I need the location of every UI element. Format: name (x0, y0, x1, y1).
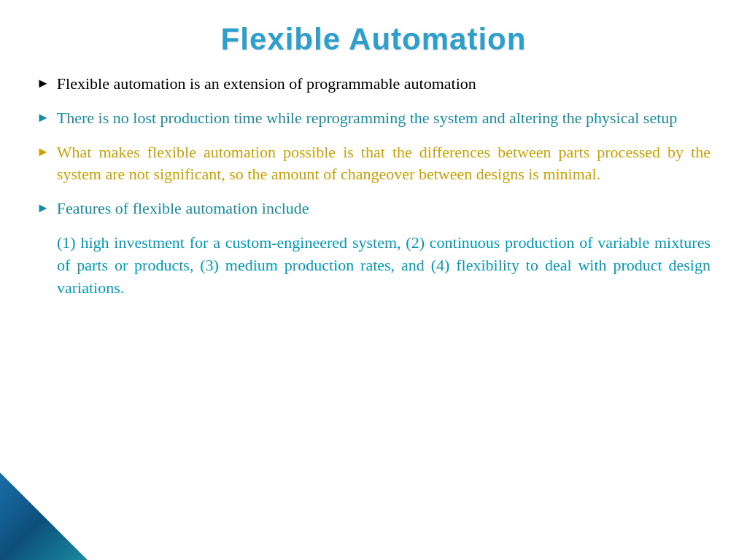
bullet-list: ► Flexible automation is an extension of… (36, 73, 711, 220)
corner-decoration-icon (0, 472, 88, 560)
bullet-arrow-icon: ► (36, 109, 50, 127)
list-item: ► What makes flexible automation possibl… (36, 141, 711, 187)
bullet-text-3: What makes flexible automation possible … (57, 141, 711, 187)
bullet-arrow-icon: ► (36, 199, 50, 217)
bullet-text-4: Features of flexible automation include (57, 198, 711, 220)
list-item: ► Features of flexible automation includ… (36, 198, 711, 220)
bullet-text-2: There is no lost production time while r… (57, 107, 711, 130)
bullet-arrow-icon: ► (36, 143, 50, 161)
list-item: ► There is no lost production time while… (36, 107, 711, 130)
sub-paragraph: (1) high investment for a custom-enginee… (57, 232, 711, 299)
slide-title: Flexible Automation (36, 22, 711, 57)
bullet-arrow-icon: ► (36, 74, 50, 93)
slide-container: Flexible Automation ► Flexible automatio… (0, 0, 747, 560)
bullet-text-1: Flexible automation is an extension of p… (57, 73, 711, 96)
list-item: ► Flexible automation is an extension of… (36, 73, 711, 96)
